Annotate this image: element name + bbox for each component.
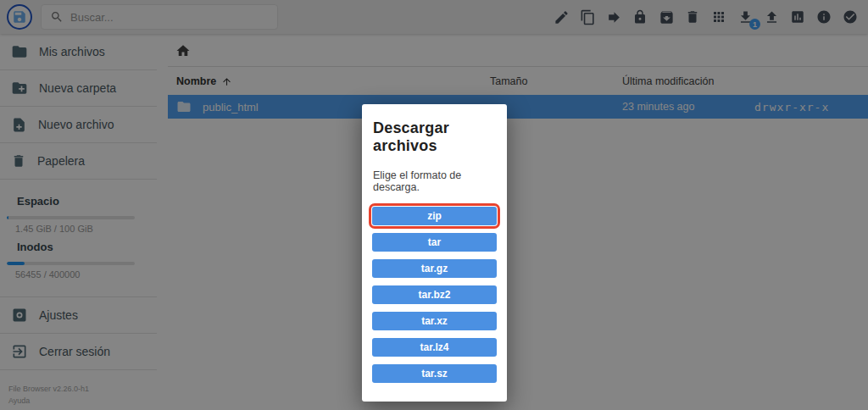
dialog-title: Descargar archivos (373, 119, 497, 155)
format-button-tar-bz2[interactable]: tar.bz2 (372, 285, 497, 304)
format-button-tar-lz4[interactable]: tar.lz4 (372, 338, 497, 357)
format-button-tar-gz[interactable]: tar.gz (372, 259, 497, 278)
format-button-tar[interactable]: tar (372, 233, 497, 252)
format-button-tar-xz[interactable]: tar.xz (372, 312, 497, 330)
format-button-zip[interactable]: zip (372, 207, 497, 225)
download-dialog: Descargar archivos Elige el formato de d… (362, 104, 507, 402)
format-button-tar-sz[interactable]: tar.sz (372, 364, 497, 383)
dialog-subtitle: Elige el formato de descarga. (373, 169, 497, 193)
